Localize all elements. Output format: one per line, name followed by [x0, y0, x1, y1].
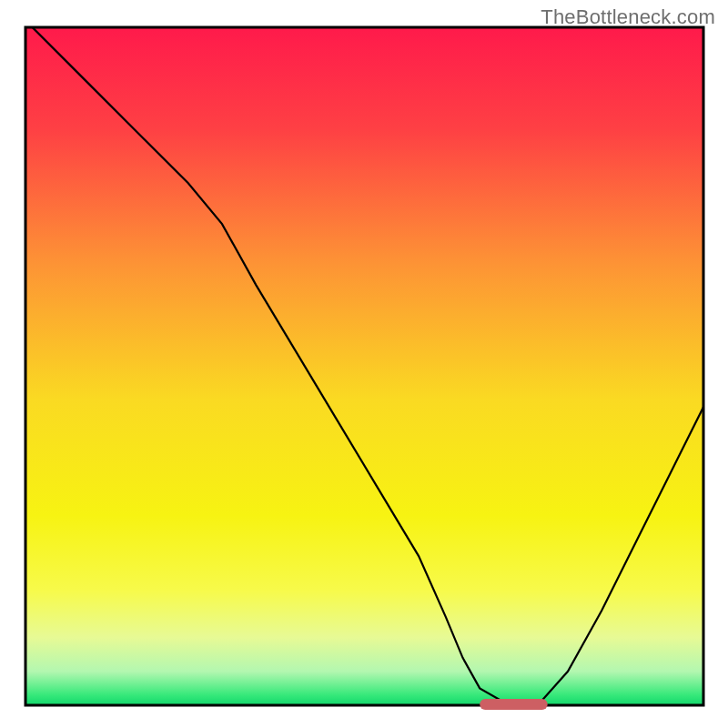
- plot-background: [25, 27, 703, 705]
- bottleneck-chart: [0, 0, 728, 728]
- chart-container: TheBottleneck.com: [0, 0, 728, 728]
- optimal-range-marker: [480, 699, 548, 710]
- watermark-text: TheBottleneck.com: [541, 5, 715, 29]
